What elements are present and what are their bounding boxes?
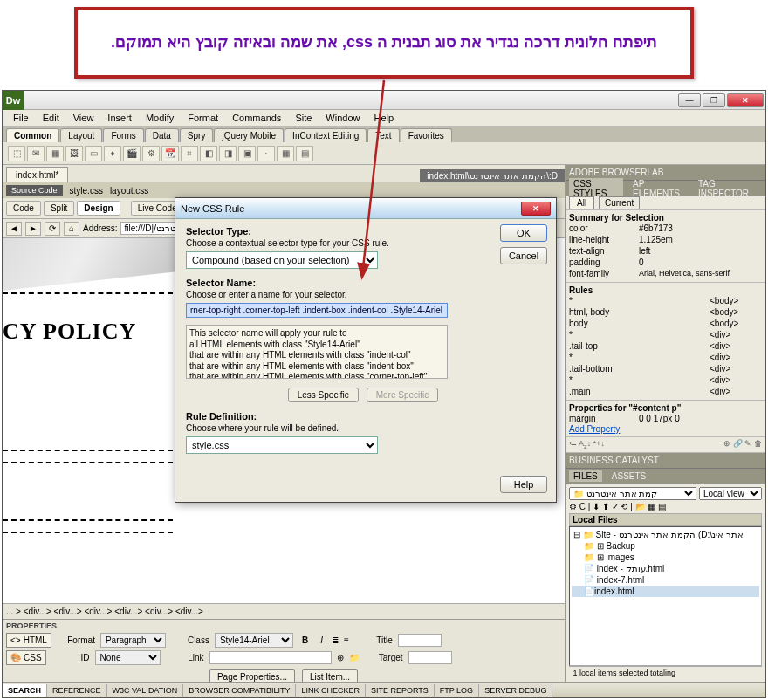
related-files-bar: Source Code style.css layout.css (3, 182, 565, 198)
list-icon[interactable]: ≣ (332, 635, 339, 645)
selector-name-input[interactable] (186, 303, 448, 318)
menu-modify[interactable]: Modify (139, 111, 181, 125)
nav-back-icon[interactable]: ◄ (6, 222, 22, 236)
tag-selector[interactable]: ... > <div...> <div...> <div...> <div...… (3, 603, 565, 619)
link-browse-icon[interactable]: ⊕ (337, 653, 344, 662)
nav-home-icon[interactable]: ⌂ (64, 222, 79, 236)
tab-forms[interactable]: Forms (103, 128, 143, 142)
btab-reference[interactable]: REFERENCE (47, 684, 107, 697)
menu-insert[interactable]: Insert (100, 111, 139, 125)
tab-common[interactable]: Common (6, 128, 59, 142)
menu-help[interactable]: Help (367, 111, 401, 125)
view-split[interactable]: Split (44, 201, 74, 216)
view-code[interactable]: Code (6, 201, 41, 216)
panel-bc[interactable]: BUSINESS CATALYST (566, 453, 765, 469)
title-input[interactable] (398, 634, 442, 647)
less-specific-button[interactable]: Less Specific (288, 388, 359, 402)
italic-icon[interactable]: I (317, 635, 326, 645)
tool-icon[interactable]: ⚙ (142, 146, 160, 161)
view-design[interactable]: Design (77, 201, 120, 216)
btab-ftp[interactable]: FTP LOG (435, 684, 479, 697)
tab-jquery[interactable]: jQuery Mobile (214, 128, 284, 142)
tool-icon[interactable]: ▭ (85, 146, 102, 161)
ok-button[interactable]: OK (500, 224, 547, 242)
help-button[interactable]: Help (500, 476, 547, 493)
view-select[interactable]: Local view (699, 487, 762, 500)
link-input[interactable] (209, 651, 332, 664)
menu-format[interactable]: Format (181, 111, 225, 125)
rule-definition-select[interactable]: style.css (186, 436, 378, 454)
class-select[interactable]: Style14-Ariel (215, 633, 293, 648)
bold-icon[interactable]: B (298, 635, 312, 645)
menu-view[interactable]: View (66, 111, 101, 125)
btab-browser[interactable]: BROWSER COMPATIBILITY (183, 684, 296, 697)
panel-tab-tag[interactable]: TAG INSPECTOR (694, 178, 762, 199)
close-button[interactable]: ✕ (727, 93, 764, 107)
app-logo: Dw (3, 91, 24, 110)
tool-icon[interactable]: 🎬 (123, 146, 141, 161)
panel-tab-ap[interactable]: AP ELEMENTS (628, 178, 689, 199)
menu-site[interactable]: Site (288, 111, 319, 125)
tool-icon[interactable]: ♦ (104, 146, 121, 161)
btab-server[interactable]: SERVER DEBUG (479, 684, 552, 697)
tool-icon[interactable]: ⬚ (8, 146, 25, 161)
btab-w3c[interactable]: W3C VALIDATION (107, 684, 184, 697)
tool-icon[interactable]: ▣ (238, 146, 256, 161)
maximize-button[interactable]: ❐ (703, 93, 725, 107)
rule-definition-label: Rule Definition: (186, 411, 545, 422)
nav-fwd-icon[interactable]: ► (25, 222, 41, 236)
css-all-btn[interactable]: All (569, 196, 594, 209)
tab-incontext[interactable]: InContext Editing (285, 128, 367, 142)
props-html-btn[interactable]: <> HTML (6, 633, 51, 648)
btab-search[interactable]: SEARCH (3, 684, 47, 697)
css-current-btn[interactable]: Current (599, 196, 640, 209)
tool-icon[interactable]: ▦ (46, 146, 64, 161)
site-select[interactable]: 📁 קמת אתר אינטרנט (569, 487, 696, 500)
menu-edit[interactable]: Edit (36, 111, 66, 125)
format-select[interactable]: Paragraph (100, 633, 166, 648)
source-code-btn[interactable]: Source Code (6, 185, 63, 196)
files-tab[interactable]: FILES (569, 470, 602, 482)
selector-description: This selector name will apply your rule … (186, 325, 448, 379)
tab-text[interactable]: Text (367, 128, 399, 142)
minimize-button[interactable]: — (678, 93, 701, 107)
btab-link[interactable]: LINK CHECKER (296, 684, 366, 697)
menu-file[interactable]: File (6, 111, 36, 125)
tool-icon[interactable]: ▤ (296, 146, 313, 161)
dialog-close-icon[interactable]: ✕ (521, 202, 551, 216)
tool-icon[interactable]: 🖼 (65, 146, 83, 161)
doc-path: D:\הקמת אתר אינטרנט\index.html (420, 169, 565, 182)
file-tree[interactable]: ⊟ 📁 Site - הקמת אתר אינטרנט (D:\אתר אינ … (569, 526, 762, 666)
add-property-link[interactable]: Add Property (569, 424, 762, 434)
related-file[interactable]: layout.css (110, 186, 148, 196)
related-file[interactable]: style.css (70, 186, 103, 196)
cancel-button[interactable]: Cancel (500, 247, 547, 264)
btab-site[interactable]: SITE REPORTS (366, 684, 435, 697)
assets-tab[interactable]: ASSETS (607, 470, 650, 482)
menu-window[interactable]: Window (319, 111, 367, 125)
target-input[interactable] (408, 651, 452, 664)
tool-icon[interactable]: 📆 (161, 146, 179, 161)
panel-tab-css[interactable]: CSS STYLES (569, 178, 623, 199)
tool-icon[interactable]: ✉ (27, 146, 45, 161)
tool-icon[interactable]: ▦ (277, 146, 294, 161)
doc-tab[interactable]: index.html* (6, 167, 68, 182)
panel-tabs: CSS STYLES AP ELEMENTS TAG INSPECTOR (566, 181, 765, 196)
list-icon[interactable]: ≡ (344, 635, 349, 645)
nav-refresh-icon[interactable]: ⟳ (45, 222, 60, 236)
props-css-btn[interactable]: 🎨 CSS (6, 650, 46, 665)
tool-icon[interactable]: ⌗ (181, 146, 198, 161)
tool-icon[interactable]: · (257, 146, 275, 161)
id-select[interactable]: None (95, 650, 161, 665)
tab-favorites[interactable]: Favorites (401, 128, 452, 142)
tab-data[interactable]: Data (145, 128, 179, 142)
tool-icon[interactable]: ◨ (219, 146, 237, 161)
link-folder-icon[interactable]: 📁 (349, 653, 360, 662)
tab-layout[interactable]: Layout (60, 128, 102, 142)
tab-spry[interactable]: Spry (180, 128, 214, 142)
tool-icon[interactable]: ◧ (200, 146, 217, 161)
menu-commands[interactable]: Commands (225, 111, 288, 125)
dialog-titlebar[interactable]: New CSS Rule ✕ (175, 198, 556, 219)
selector-type-select[interactable]: Compound (based on your selection) (186, 251, 378, 269)
format-label: Format (57, 635, 95, 645)
